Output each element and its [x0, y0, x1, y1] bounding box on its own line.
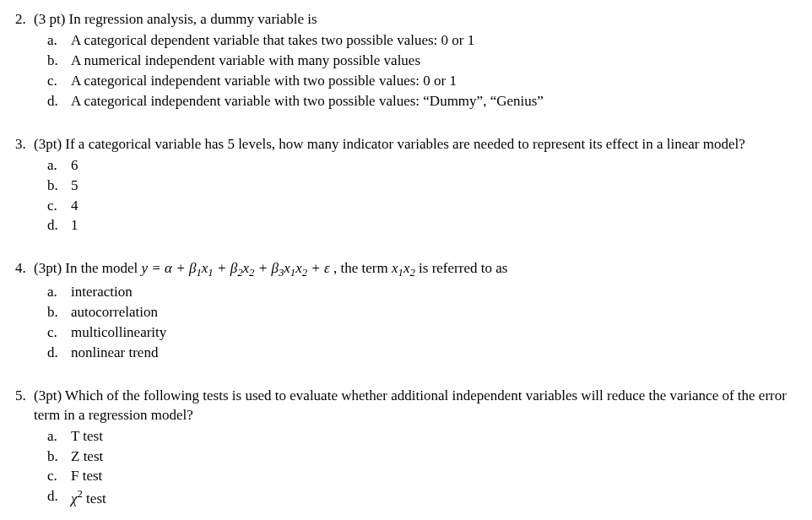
choice-letter: d. — [47, 216, 71, 236]
question-points: (3pt) — [34, 387, 62, 404]
choice-text: A categorical independent variable with … — [71, 92, 544, 111]
question-text-prefix: In the model — [65, 260, 141, 276]
choice-text: Z test — [71, 447, 103, 467]
question-stem-body: (3pt) In the model y = α + β1x1 + β2x2 +… — [34, 259, 797, 281]
question-number: 4. — [15, 259, 34, 281]
question-number: 3. — [15, 135, 34, 154]
choice-c: c. multicollinearity — [47, 323, 797, 343]
choice-a: a. interaction — [47, 283, 797, 302]
model-equation: y = α + β1x1 + β2x2 + β3x1x2 + ε — [141, 260, 329, 276]
question-text-mid: , the term — [330, 260, 392, 276]
choice-b: b. autocorrelation — [47, 303, 797, 322]
choice-text: 1 — [71, 216, 78, 236]
question-stem-body: (3pt) Which of the following tests is us… — [34, 387, 797, 425]
choice-c: c. A categorical independent variable wi… — [47, 72, 797, 91]
question-5-choices: a. T test b. Z test c. F test d. χ2 test — [15, 427, 797, 509]
interaction-term: x1x2 — [392, 260, 415, 276]
choice-letter: d. — [47, 344, 71, 363]
choice-d: d. A categorical independent variable wi… — [47, 92, 797, 111]
choice-text: interaction — [71, 283, 133, 302]
choice-c: c. 4 — [47, 197, 797, 216]
choice-letter: c. — [47, 323, 71, 343]
question-points: (3pt) — [34, 260, 62, 276]
choice-text: χ2 test — [71, 487, 106, 509]
choice-text: 5 — [71, 176, 78, 196]
choice-d: d. χ2 test — [47, 487, 797, 509]
chi-suffix: test — [83, 490, 106, 506]
choice-a: a. T test — [47, 427, 797, 447]
choice-b: b. Z test — [47, 447, 797, 467]
question-2: 2. (3 pt) In regression analysis, a dumm… — [15, 10, 797, 111]
choice-c: c. F test — [47, 467, 797, 486]
question-text: Which of the following tests is used to … — [34, 387, 787, 423]
choice-text: A categorical independent variable with … — [71, 72, 457, 91]
question-2-stem: 2. (3 pt) In regression analysis, a dumm… — [15, 10, 797, 30]
choice-letter: a. — [47, 31, 71, 51]
question-2-choices: a. A categorical dependent variable that… — [15, 31, 797, 111]
choice-letter: b. — [47, 303, 71, 322]
choice-letter: a. — [47, 427, 71, 447]
choice-b: b. A numerical independent variable with… — [47, 51, 797, 71]
choice-letter: a. — [47, 283, 71, 302]
question-stem-body: (3 pt) In regression analysis, a dummy v… — [34, 10, 797, 30]
choice-letter: c. — [47, 72, 71, 91]
choice-letter: c. — [47, 467, 71, 486]
question-stem-body: (3pt) If a categorical variable has 5 le… — [34, 135, 797, 154]
question-text-suffix: is referred to as — [415, 260, 508, 276]
question-4-choices: a. interaction b. autocorrelation c. mul… — [15, 283, 797, 363]
question-5: 5. (3pt) Which of the following tests is… — [15, 387, 797, 509]
question-3-choices: a. 6 b. 5 c. 4 d. 1 — [15, 156, 797, 236]
question-number: 2. — [15, 10, 34, 30]
choice-b: b. 5 — [47, 176, 797, 196]
choice-text: autocorrelation — [71, 303, 158, 322]
choice-text: 4 — [71, 197, 78, 216]
choice-d: d. nonlinear trend — [47, 344, 797, 363]
question-3-stem: 3. (3pt) If a categorical variable has 5… — [15, 135, 797, 154]
choice-letter: b. — [47, 51, 71, 71]
choice-text: T test — [71, 427, 103, 447]
question-points: (3pt) — [34, 136, 62, 152]
question-5-stem: 5. (3pt) Which of the following tests is… — [15, 387, 797, 425]
question-text: If a categorical variable has 5 levels, … — [65, 136, 744, 152]
question-4: 4. (3pt) In the model y = α + β1x1 + β2x… — [15, 259, 797, 362]
choice-text: F test — [71, 467, 102, 486]
choice-text: 6 — [71, 156, 78, 176]
choice-a: a. A categorical dependent variable that… — [47, 31, 797, 51]
choice-letter: c. — [47, 197, 71, 216]
choice-letter: d. — [47, 487, 71, 509]
question-text: In regression analysis, a dummy variable… — [69, 11, 317, 27]
question-number: 5. — [15, 387, 34, 425]
question-4-stem: 4. (3pt) In the model y = α + β1x1 + β2x… — [15, 259, 797, 281]
choice-letter: a. — [47, 156, 71, 176]
choice-text: A numerical independent variable with ma… — [71, 51, 420, 71]
question-points: (3 pt) — [34, 11, 65, 27]
choice-letter: b. — [47, 176, 71, 196]
choice-letter: b. — [47, 447, 71, 467]
choice-text: A categorical dependent variable that ta… — [71, 31, 474, 51]
choice-letter: d. — [47, 92, 71, 111]
choice-text: nonlinear trend — [71, 344, 158, 363]
choice-a: a. 6 — [47, 156, 797, 176]
choice-text: multicollinearity — [71, 323, 166, 343]
question-3: 3. (3pt) If a categorical variable has 5… — [15, 135, 797, 236]
choice-d: d. 1 — [47, 216, 797, 236]
